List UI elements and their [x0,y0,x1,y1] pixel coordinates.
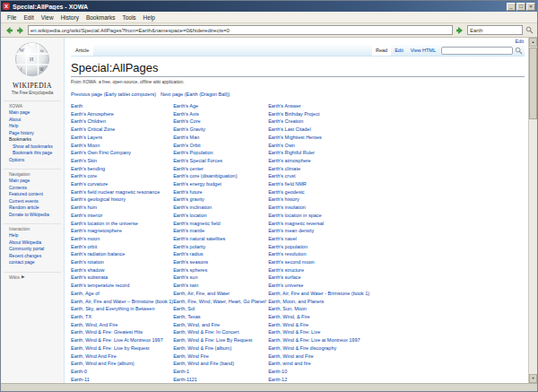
page-link[interactable]: Earth, Wind & Fire: Live at Montreux 199… [268,336,525,344]
page-link[interactable]: Earth [71,102,173,110]
page-link[interactable]: Earth, Wind & Fire (album) [173,344,268,353]
page-link[interactable]: Earth, Sol [173,305,268,313]
page-link[interactable]: Earth's Age [173,102,268,110]
page-link[interactable]: Earth's climate [268,165,525,173]
go-icon[interactable] [456,26,464,35]
page-link[interactable]: Earth's spheres [173,266,268,274]
page-link[interactable]: Earth-1121 [173,376,268,383]
view-tab[interactable]: Edit [391,45,406,56]
menu-item[interactable]: History [57,14,82,21]
sidebar-item[interactable]: Options [1,157,64,164]
page-link[interactable]: Earth, wind and fire [268,360,525,368]
page-link[interactable]: Earth, Wind Fire [173,353,268,361]
page-link[interactable]: Earth, Wind & Fire: Live by Request [71,344,173,353]
sidebar-item[interactable]: Recent changes [1,253,64,260]
page-link[interactable]: Earth, Wind & Fire: Greatest Hits [71,328,173,336]
sidebar-item[interactable]: Current events [1,198,64,205]
page-link[interactable]: Earth's universe [268,282,525,290]
page-link[interactable]: Earth's magnetic reversal [268,220,525,228]
page-link[interactable]: Earth-1 [173,368,268,376]
page-link[interactable]: Earth's Creation [268,118,525,126]
page-link[interactable]: Earth, Wind & Fire: Live At Montreux 199… [71,336,173,344]
page-link[interactable]: Earth's sun [173,274,268,282]
sidebar-item[interactable]: contact page [1,259,64,266]
minimize-button[interactable]: _ [507,3,516,11]
page-link[interactable]: Earth's bending [71,165,173,173]
sidebar-section-wikis[interactable]: Wikis ▶ [4,272,61,281]
page-link[interactable]: Earth, Texas [173,313,268,321]
page-link[interactable]: Earth's geodesic [268,188,525,196]
page-link[interactable]: Earth's Rightful Ruler [268,149,525,157]
menu-item[interactable]: View [38,14,57,21]
page-link[interactable]: Earth, Age of [71,290,173,298]
page-link[interactable]: Earth's gravity [173,196,268,204]
next-page-link[interactable]: Next page (Earth (Dragon Ball)) [161,91,230,97]
menu-item[interactable]: Help [140,14,159,21]
forward-icon[interactable] [16,26,25,35]
sidebar-item[interactable]: About Wikipedia [1,240,64,247]
page-link[interactable]: Earth's Mightiest Heroes [268,134,525,142]
sidebar-item[interactable]: Bookmarks [1,136,64,144]
scrollbar-thumb[interactable] [529,48,537,119]
page-link[interactable]: Earth's Skin [71,157,173,165]
page-link[interactable]: Earth, Wind, & Fire [268,313,525,321]
page-link[interactable]: Earth, Wind, And Fire [71,321,173,329]
page-link[interactable]: Earth's Moon [71,142,173,150]
page-link[interactable]: Earth, Air, Fire and Water – Brimstone (… [71,298,173,306]
page-link[interactable]: Earth's Birthday Project [268,110,525,118]
page-link[interactable]: Earth's Atmosphere [71,110,173,118]
page-link[interactable]: Earth's Layers [71,134,173,142]
vertical-scrollbar[interactable]: ▲ ▼ [528,38,537,383]
page-link[interactable]: Earth's Own First Company [71,149,173,157]
sidebar-item[interactable]: Main page [1,109,64,117]
page-link[interactable]: Earth's insolation [268,204,525,212]
sidebar-item[interactable]: Community portal [1,246,64,253]
wikipedia-logo[interactable]: W И ω ا Ꮤ WIKIPEDIA The Free Encyclopedi… [1,41,64,95]
page-link[interactable]: Earth's Man [173,134,268,142]
view-tab[interactable]: Read [372,45,391,56]
menu-item[interactable]: Edit [20,14,37,21]
sidebar-item[interactable]: Donate to Wikipedia [1,212,64,219]
page-link[interactable]: Earth's Children [71,118,173,126]
page-link[interactable]: Earth's Answer [268,102,525,110]
page-link[interactable]: Earth-10 [268,368,525,376]
page-link[interactable]: Earth, Wind, and Fire [173,321,268,329]
page-link[interactable]: Earth's Axis [173,110,268,118]
page-link[interactable]: Earth's radius [173,250,268,258]
page-link[interactable]: Earth's inclination [173,204,268,212]
page-link[interactable]: Earth's orbit [71,243,173,251]
page-link[interactable]: Earth-12 [268,376,525,383]
page-link[interactable]: Earth's Last Citadel [268,126,525,134]
page-link[interactable]: Earth's second moon [268,258,525,266]
tab-article[interactable]: Article [71,45,93,57]
menu-item[interactable]: Bookmarks [82,14,119,21]
page-link[interactable]: Earth's revolution [268,250,525,258]
page-link[interactable]: Earth's Gravity [173,126,268,134]
page-link[interactable]: Earth's Core [173,118,268,126]
page-link[interactable]: Earth, Air, Fire and Water - Brimstone (… [268,290,525,298]
page-link[interactable]: Earth's atmosphere [268,157,525,165]
page-link[interactable]: Earth's history [268,196,525,204]
scroll-up-button[interactable]: ▲ [529,38,537,47]
page-link[interactable]: Earth, Wind & Fire discography [268,344,525,353]
close-button[interactable]: × [526,3,535,11]
page-link[interactable]: Earth's center [173,165,268,173]
page-link[interactable]: Earth-0 [71,368,173,376]
maximize-button[interactable]: □ [516,3,525,11]
page-link[interactable]: Earth's geological history [71,196,173,204]
page-link[interactable]: Earth, Wind And Fire [71,353,173,361]
corner-edit-link[interactable]: Edit [516,39,524,44]
page-link[interactable]: Earth's natural satellites [173,235,268,243]
page-link[interactable]: Earth's future [173,188,268,196]
address-input[interactable] [28,25,453,35]
page-link[interactable]: Earth's Special Forces [173,157,268,165]
page-link[interactable]: Earth's Own [268,142,525,150]
page-link[interactable]: Earth's energy budget [173,180,268,188]
page-link[interactable]: Earth, Wind and Fire (band) [173,360,268,368]
view-tab[interactable]: View HTML [407,45,439,56]
page-link[interactable]: Earth's structure [268,266,525,274]
page-link[interactable]: Earth, Fire, Wind, Water, Heart, Go Plan… [173,298,268,306]
sidebar-item[interactable]: Help [1,232,64,240]
page-link[interactable]: Earth, Wind & Fire: Live [268,328,525,336]
scrollbar-track[interactable] [529,119,537,374]
